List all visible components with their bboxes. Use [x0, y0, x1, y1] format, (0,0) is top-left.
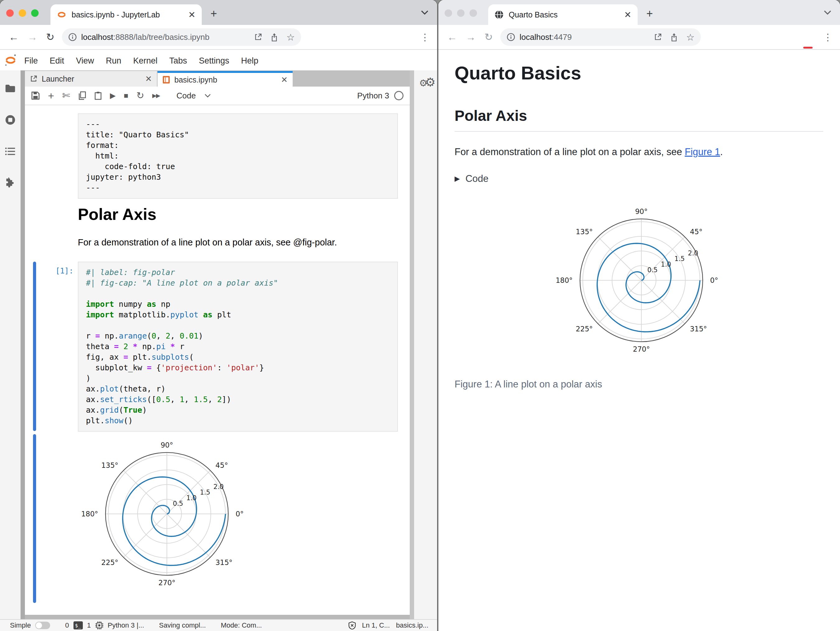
simple-mode-toggle[interactable] [35, 622, 50, 629]
restart-run-all-icon[interactable]: ▶▶ [152, 91, 160, 100]
restart-kernel-icon[interactable]: ↻ [136, 91, 144, 100]
line-col-indicator[interactable]: Ln 1, C... [362, 622, 390, 629]
new-tab-button[interactable]: + [210, 8, 217, 19]
close-tab-icon[interactable]: ✕ [624, 9, 632, 20]
close-tab-icon[interactable]: ✕ [281, 75, 288, 85]
polar-plot: 0°45°90°135°180°225°270°315°0.51.01.52.0 [81, 436, 253, 591]
window-controls[interactable] [445, 9, 477, 17]
svg-text:2.0: 2.0 [688, 250, 698, 257]
notebook-toolbar: + ✄ ▶ ■ ↻ ▶▶ Code Python 3 [25, 87, 410, 105]
close-tab-icon[interactable]: ✕ [145, 74, 152, 84]
browser-tab[interactable]: basics.ipynb - JupyterLab ✕ [51, 4, 202, 25]
menu-edit[interactable]: Edit [50, 56, 65, 65]
browser-menu-icon[interactable]: ⋮ [823, 32, 832, 43]
quarto-page: Quarto Basics Polar Axis For a demonstra… [438, 50, 840, 631]
svg-text:90°: 90° [635, 207, 647, 215]
reload-button[interactable]: ↻ [46, 31, 54, 43]
insert-cell-icon[interactable]: + [48, 91, 54, 100]
disclosure-triangle-icon: ▶ [455, 175, 460, 183]
menu-run[interactable]: Run [106, 56, 122, 65]
url-text: localhost:8888/lab/tree/basics.ipynb [81, 32, 210, 42]
kernel-chip-icon [95, 622, 103, 629]
figure-link[interactable]: Figure 1 [685, 146, 720, 157]
share-icon[interactable] [670, 32, 678, 42]
close-window-button[interactable] [445, 9, 452, 17]
bookmark-star-icon[interactable]: ☆ [286, 32, 295, 43]
kernel-count: 1 [87, 622, 91, 629]
copy-cells-icon[interactable] [78, 91, 86, 100]
menu-kernel[interactable]: Kernel [133, 56, 158, 65]
window-controls[interactable] [6, 9, 39, 17]
back-button[interactable]: ← [447, 32, 457, 43]
tab-label: basics.ipynb [174, 75, 278, 84]
browser-menu-icon[interactable]: ⋮ [420, 32, 429, 43]
browser-tabstrip: basics.ipynb - JupyterLab ✕ + [0, 0, 437, 25]
desktop: basics.ipynb - JupyterLab ✕ + ← → ↻ loca… [0, 0, 840, 631]
tab-notebook[interactable]: basics.ipynb ✕ [158, 71, 293, 87]
kernel-indicator[interactable]: Python 3 [357, 91, 404, 101]
close-window-button[interactable] [6, 9, 14, 17]
running-kernels-icon[interactable] [5, 115, 16, 125]
dock-panel: Launcher ✕ basics.ipynb ✕ + ✄ ▶ [25, 70, 410, 620]
stop-kernel-icon[interactable]: ■ [123, 91, 128, 100]
close-tab-icon[interactable]: ✕ [188, 9, 196, 20]
browser-toolbar: ← → ↻ localhost:4479 ☆ ⋮ [438, 25, 840, 50]
share-icon[interactable] [270, 32, 278, 42]
kernel-status-text[interactable]: Python 3 |... [108, 622, 144, 629]
code-disclosure[interactable]: ▶ Code [455, 173, 488, 184]
output-collapser[interactable] [33, 434, 36, 603]
address-bar[interactable]: localhost:8888/lab/tree/basics.ipynb ☆ [62, 28, 301, 46]
zoom-window-button[interactable] [31, 9, 39, 17]
menu-bar-items: FileEditViewRunKernelTabsSettingsHelp [24, 54, 270, 66]
svg-text:270°: 270° [633, 345, 650, 353]
minimize-window-button[interactable] [457, 9, 464, 17]
mode-indicator[interactable]: Mode: Com... [221, 622, 262, 629]
site-info-icon[interactable] [68, 33, 77, 41]
vertical-scrollbar[interactable] [410, 70, 414, 620]
property-inspector-icon[interactable]: ⚙⚙ [419, 75, 433, 89]
browser-tab[interactable]: Quarto Basics ✕ [488, 4, 638, 25]
file-browser-icon[interactable] [5, 84, 16, 93]
open-in-new-icon[interactable] [254, 33, 262, 41]
table-of-contents-icon[interactable] [5, 147, 16, 156]
cell-type-dropdown[interactable]: Code [177, 91, 211, 101]
run-cell-icon[interactable]: ▶ [110, 91, 115, 100]
menu-help[interactable]: Help [241, 56, 258, 65]
kernel-name: Python 3 [357, 91, 389, 101]
menu-file[interactable]: File [24, 56, 38, 65]
cut-cells-icon[interactable]: ✄ [62, 91, 70, 100]
yaml-frontmatter-cell[interactable]: ---title: "Quarto Basics"format: html: c… [78, 113, 398, 199]
svg-text:1.5: 1.5 [200, 489, 210, 496]
svg-text:0°: 0° [236, 510, 244, 518]
code-summary-label: Code [466, 173, 488, 184]
input-collapser[interactable] [33, 262, 36, 431]
browser-tab-title: Quarto Basics [509, 10, 621, 19]
open-in-new-icon[interactable] [654, 33, 662, 41]
back-button[interactable]: ← [9, 32, 19, 43]
tab-launcher[interactable]: Launcher ✕ [25, 71, 158, 87]
reload-button[interactable]: ↻ [485, 31, 493, 43]
url-text: localhost:4479 [519, 32, 572, 42]
forward-button[interactable]: → [27, 32, 37, 43]
save-icon[interactable] [31, 91, 40, 100]
zoom-window-button[interactable] [469, 9, 477, 17]
site-info-icon[interactable] [507, 33, 515, 41]
menu-tabs[interactable]: Tabs [169, 56, 187, 65]
activity-bar [0, 70, 25, 620]
menu-settings[interactable]: Settings [199, 56, 229, 65]
chevron-down-icon [205, 93, 211, 98]
tab-search-chevron-icon[interactable] [824, 10, 831, 15]
svg-text:1.0: 1.0 [186, 494, 197, 502]
new-tab-button[interactable]: + [646, 8, 653, 19]
bookmark-star-icon[interactable]: ☆ [686, 32, 695, 43]
code-cell-input[interactable]: #| label: fig-polar#| fig-cap: "A line p… [78, 262, 398, 432]
tab-label: Launcher [42, 74, 142, 84]
forward-button[interactable]: → [466, 32, 476, 43]
extensions-icon[interactable] [5, 177, 16, 188]
address-bar[interactable]: localhost:4479 ☆ [501, 28, 701, 46]
minimize-window-button[interactable] [19, 9, 26, 17]
menu-view[interactable]: View [76, 56, 94, 65]
paste-cells-icon[interactable] [94, 91, 102, 100]
tab-search-chevron-icon[interactable] [421, 10, 428, 15]
statusbar-filename[interactable]: basics.ip... [396, 622, 428, 629]
